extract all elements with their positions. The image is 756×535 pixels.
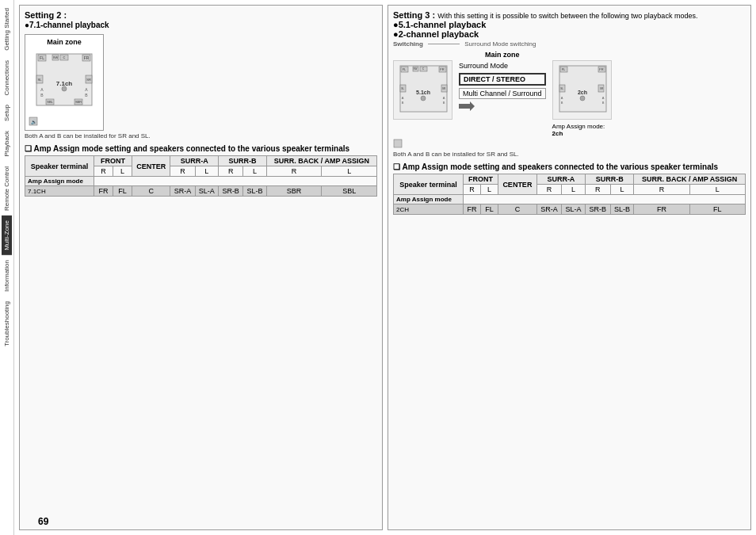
setting2-note: Both A and B can be installed for SR and… <box>25 132 377 139</box>
th-surr-back: SURR. BACK / AMP ASSIGN <box>266 156 376 166</box>
setting2-title: Setting 2 : ●7.1-channel playback <box>25 10 377 29</box>
setting2-zone-label: Main zone <box>29 38 100 46</box>
setting3-title-text: Setting 3 : With this setting it is poss… <box>393 10 697 20</box>
svg-text:SL: SL <box>38 78 43 82</box>
amp-assign-value: 2ch <box>552 130 563 137</box>
td-r-sla: SL-A <box>562 204 586 215</box>
sidebar-item-playback[interactable]: Playback <box>2 126 12 161</box>
th-r-surrb-l: L <box>610 185 634 195</box>
table-row-71ch: 7.1CH FR FL C SR-A SL-A SR-B SL-B SBR SB… <box>25 186 377 197</box>
svg-marker-44 <box>459 101 475 111</box>
setting3-title-desc: With this setting it is possible to swit… <box>437 12 697 20</box>
svg-text:FL: FL <box>403 67 407 71</box>
td-r-sra: SR-A <box>536 204 562 215</box>
setting3-diagrams: Main zone FL FR <box>393 51 746 158</box>
svg-text:7.1ch: 7.1ch <box>56 80 73 87</box>
th-r-surr-back: SURR. BACK / AMP ASSIGN <box>634 174 746 185</box>
svg-text:B: B <box>402 101 404 105</box>
setting3-speaker-diagram-2ch: FL FR SR SL 2ch A <box>552 60 612 120</box>
svg-text:🔊: 🔊 <box>31 119 37 125</box>
td-r-fr2: FR <box>634 204 689 215</box>
switching-line: Switching Surround Mode switching <box>393 40 746 48</box>
svg-text:FR: FR <box>84 55 90 60</box>
td-r-c: C <box>498 204 537 215</box>
sidebar-item-troubleshooting[interactable]: Troubleshooting <box>2 296 12 351</box>
th-surr-b: SURR-B <box>219 156 267 166</box>
sidebar-item-connections[interactable]: Connections <box>2 55 12 100</box>
td-sbl: SBL <box>322 186 377 197</box>
setting3-right-diagram-container: FL FR SR SL 2ch A <box>552 60 612 137</box>
svg-text:A: A <box>443 96 445 100</box>
panel-setting3: Setting 3 : With this setting it is poss… <box>388 5 751 530</box>
amp-assign-label: Amp Assign mode: 2ch <box>552 123 612 137</box>
svg-text:SR: SR <box>86 78 91 82</box>
setting2-diagram-area: Main zone FL FR <box>25 34 377 131</box>
th-r-surra-l: L <box>562 185 586 195</box>
setting3-bullet1: ●5.1-channel playback <box>393 20 486 29</box>
th-front-l: L <box>113 166 132 177</box>
setting2-zone-box: Main zone FL FR <box>25 34 104 131</box>
surround-arrow <box>459 101 475 111</box>
sidebar: Getting Started Connections Setup Playba… <box>0 0 14 535</box>
svg-text:SBR: SBR <box>75 100 82 104</box>
svg-text:A: A <box>601 96 604 100</box>
th-speaker-terminal: Speaker terminal <box>25 156 94 177</box>
th-r-surra-r: R <box>536 185 562 195</box>
sidebar-item-information[interactable]: Information <box>2 255 12 296</box>
th-front: FRONT <box>94 156 132 166</box>
sidebar-item-remote-control[interactable]: Remote Control <box>2 162 12 216</box>
td-sra: SR-A <box>170 186 195 197</box>
sidebar-item-multi-zone[interactable]: Multi-Zone <box>2 216 12 255</box>
td-r-fl: FL <box>480 204 498 215</box>
svg-text:FL: FL <box>40 55 44 60</box>
td-r-slb: SL-B <box>610 204 634 215</box>
svg-text:C: C <box>63 55 66 59</box>
setting2-bullet: ●7.1-channel playback <box>25 21 109 29</box>
surround-mode-direct: DIRECT / STEREO <box>459 73 546 86</box>
svg-text:FR: FR <box>599 67 603 71</box>
th-r-front: FRONT <box>463 174 498 185</box>
surround-mode-area: Surround Mode DIRECT / STEREO Multi Chan… <box>459 62 546 111</box>
svg-text:FL: FL <box>561 67 565 71</box>
table-row-2ch: 2CH FR FL C SR-A SL-A SR-B SL-B FR FL <box>394 204 746 215</box>
setting3-zone-label: Main zone <box>393 51 612 59</box>
svg-text:B: B <box>601 101 604 105</box>
th-r-surr-a: SURR-A <box>536 174 585 185</box>
th-amp-assign-mode: Amp Assign mode <box>25 177 94 186</box>
svg-text:5.1ch: 5.1ch <box>416 90 430 95</box>
td-c: C <box>132 186 170 197</box>
page-number: 69 <box>32 513 55 530</box>
sidebar-item-getting-started[interactable]: Getting Started <box>2 3 12 55</box>
th-r-back-r: R <box>634 185 689 195</box>
th-surra-r: R <box>170 166 195 177</box>
td-r-srb: SR-B <box>586 204 611 215</box>
svg-text:FR: FR <box>440 67 444 71</box>
svg-point-22 <box>62 86 67 91</box>
th-r-front-l: L <box>480 185 498 195</box>
svg-text:SL: SL <box>560 87 563 90</box>
sidebar-item-setup[interactable]: Setup <box>2 100 12 126</box>
th-surrb-r: R <box>219 166 243 177</box>
setting3-table: Speaker terminal FRONT CENTER SURR-A SUR… <box>393 174 746 215</box>
td-slb: SL-B <box>243 186 267 197</box>
svg-rect-25 <box>400 66 447 112</box>
td-71ch-label: 7.1CH <box>25 186 94 197</box>
setting3-zone-container: Main zone FL FR <box>393 51 612 158</box>
th-back-r: R <box>266 166 322 177</box>
setting3-title: Setting 3 : With this setting it is poss… <box>393 10 746 39</box>
surround-mode-multi: Multi Channel / Surround <box>459 88 546 99</box>
switching-desc: Surround Mode switching <box>464 40 536 48</box>
th-r-speaker-terminal: Speaker terminal <box>394 174 464 195</box>
svg-text:SW: SW <box>414 67 418 71</box>
svg-text:2ch: 2ch <box>578 90 587 95</box>
th-surra-l: L <box>195 166 219 177</box>
th-surrb-l: L <box>243 166 267 177</box>
th-r-back-l: L <box>689 185 745 195</box>
setting2-ab-icon: 🔊 <box>29 117 100 127</box>
th-surr-a: SURR-A <box>170 156 219 166</box>
td-srb: SR-B <box>219 186 243 197</box>
th-r-surr-b: SURR-B <box>586 174 634 185</box>
svg-text:SBL: SBL <box>47 100 53 104</box>
setting3-ab-icon <box>393 139 612 149</box>
th-r-surrb-r: R <box>586 185 611 195</box>
